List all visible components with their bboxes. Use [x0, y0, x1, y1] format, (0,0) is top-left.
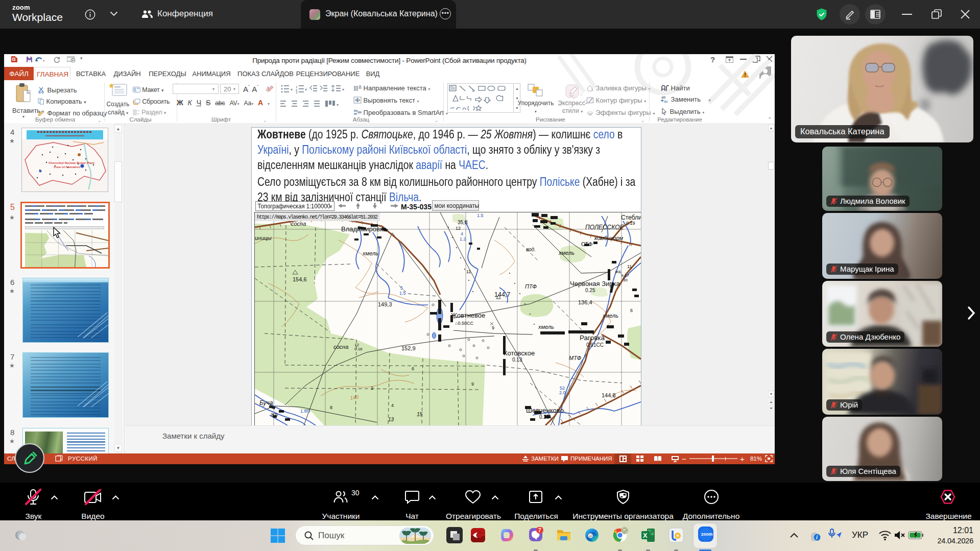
- svg-text:Chornobyl Nuclear Power Plant: Chornobyl Nuclear Power Plant: [49, 161, 94, 164]
- svg-text:0.25: 0.25: [585, 288, 595, 293]
- svg-text:0.16: 0.16: [354, 347, 363, 351]
- svg-text:1.5: 1.5: [399, 291, 406, 296]
- svg-text:хмель: хмель: [558, 250, 575, 256]
- svg-text:сосна: сосна: [291, 221, 306, 227]
- svg-text:zoom: zoom: [701, 532, 713, 537]
- svg-text:МТФ: МТФ: [569, 355, 582, 361]
- svg-text:4: 4: [461, 231, 463, 236]
- svg-text:Владимировка: Владимировка: [341, 225, 387, 233]
- svg-text:13: 13: [388, 417, 394, 422]
- svg-text:ПОЛЕССКОЕ: ПОЛЕССКОЕ: [585, 224, 624, 231]
- svg-text:136,4: 136,4: [578, 299, 592, 305]
- svg-text:ac: ac: [664, 99, 668, 103]
- svg-text:Шевченково: Шевченково: [526, 406, 564, 414]
- svg-text:Буча: Буча: [259, 399, 273, 406]
- svg-text:5: 5: [400, 285, 403, 291]
- svg-text:30: 30: [623, 278, 628, 282]
- svg-text:35,8: 35,8: [458, 220, 468, 225]
- svg-text:9: 9: [492, 325, 494, 330]
- svg-text:6: 6: [412, 366, 414, 371]
- svg-text:Стебли: Стебли: [621, 214, 641, 221]
- svg-text:x: x: [60, 457, 62, 462]
- svg-text:3: 3: [296, 91, 298, 94]
- svg-text:▾: ▾: [291, 87, 293, 92]
- svg-text:144,8: 144,8: [602, 392, 616, 398]
- svg-text:Zone of Alienation: Zone of Alienation: [54, 165, 80, 169]
- svg-text:15: 15: [417, 412, 423, 417]
- svg-text:9: 9: [471, 381, 474, 387]
- svg-text:0.91СС: 0.91СС: [586, 342, 604, 348]
- svg-text:8: 8: [330, 405, 332, 410]
- svg-text:11: 11: [627, 264, 632, 269]
- svg-text:X: X: [643, 532, 648, 539]
- svg-text:0.25: 0.25: [539, 414, 549, 420]
- svg-text:144,7: 144,7: [494, 291, 510, 298]
- svg-text:7: 7: [538, 528, 541, 533]
- svg-text:ПТФ: ПТФ: [525, 283, 537, 290]
- svg-text:ЖБ: ЖБ: [271, 412, 278, 417]
- svg-text:Червоная Зирка: Червоная Зирка: [570, 280, 620, 288]
- svg-text:вод.: вод.: [526, 247, 536, 252]
- svg-text:хмель: хмель: [538, 324, 554, 330]
- svg-text:12: 12: [456, 226, 461, 231]
- svg-text:152,9: 152,9: [401, 345, 416, 351]
- svg-text:9-17: 9-17: [621, 273, 630, 278]
- svg-text:СТФ: СТФ: [581, 241, 592, 247]
- svg-text:Жовтневое: Жовтневое: [451, 312, 485, 319]
- svg-text:иницы: иницы: [255, 235, 272, 241]
- svg-text:i: i: [816, 535, 818, 540]
- svg-text:4: 4: [391, 403, 394, 408]
- svg-text:сосна: сосна: [333, 344, 348, 350]
- svg-text:https://maps.vlasenko.net/?lon: https://maps.vlasenko.net/?lon=29.3346&l…: [257, 214, 378, 220]
- svg-text:хмель: хмель: [602, 313, 618, 319]
- svg-text:хмель: хмель: [362, 250, 378, 256]
- svg-text:0.19: 0.19: [626, 221, 635, 226]
- svg-text:0.13: 0.13: [512, 357, 522, 363]
- svg-text:▾: ▾: [305, 87, 307, 92]
- svg-text:154,6: 154,6: [293, 276, 307, 282]
- svg-text:11: 11: [466, 269, 471, 274]
- svg-text:149,3: 149,3: [378, 301, 392, 307]
- svg-text:1.8П: 1.8П: [300, 409, 310, 414]
- svg-text:▾: ▾: [337, 103, 339, 107]
- svg-text:1.2: 1.2: [460, 236, 466, 242]
- svg-text:комбикорм: комбикорм: [594, 235, 623, 241]
- svg-text:1.5: 1.5: [477, 213, 484, 218]
- svg-text:Раговка: Раговка: [580, 334, 605, 342]
- svg-text:Котовское: Котовское: [504, 349, 535, 357]
- svg-text:▾: ▾: [342, 87, 344, 92]
- svg-text:ЖБ: ЖБ: [615, 270, 622, 274]
- svg-text:2: 2: [371, 386, 373, 391]
- svg-text:⌂0.50СС: ⌂0.50СС: [455, 321, 473, 326]
- svg-text:P: P: [13, 58, 15, 61]
- svg-text:6: 6: [630, 308, 633, 313]
- svg-text:2.0: 2.0: [559, 390, 566, 395]
